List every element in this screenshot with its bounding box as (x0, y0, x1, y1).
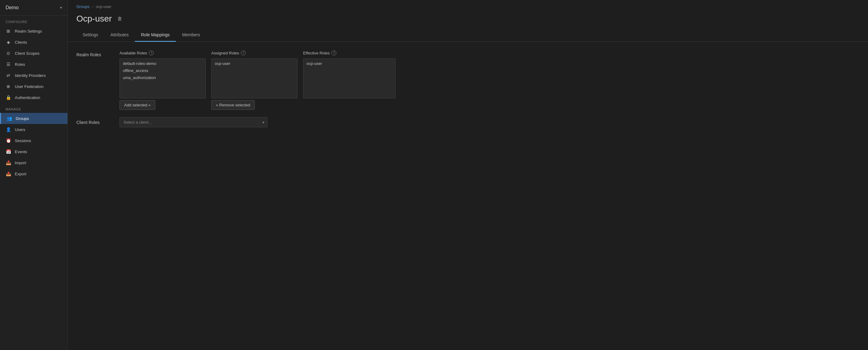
sidebar-item-label: Clients (15, 40, 27, 45)
realm-roles-label: Realm Roles (76, 50, 120, 57)
client-roles-label: Client Roles (76, 120, 120, 125)
client-select-wrapper: Select a client... ▾ (120, 117, 267, 127)
delete-button[interactable]: 🗑 (116, 15, 124, 23)
identity-providers-icon: ⇄ (5, 73, 11, 78)
available-roles-help-icon[interactable]: ? (149, 50, 154, 55)
roles-icon: ☰ (5, 62, 11, 67)
sidebar-item-label: Groups (16, 116, 29, 121)
available-roles-label: Available Roles (120, 51, 147, 55)
client-scopes-icon: ⊙ (5, 50, 11, 56)
breadcrumb: Groups › ocp-user (68, 0, 868, 12)
assigned-roles-listbox[interactable]: ocp-user (211, 59, 298, 98)
assigned-roles-header: Assigned Roles ? (211, 50, 298, 55)
sidebar-item-label: Authentication (15, 95, 40, 100)
sidebar-item-client-scopes[interactable]: ⊙ Client Scopes (0, 48, 67, 59)
sidebar-item-label: Users (15, 127, 25, 132)
assigned-roles-help-icon[interactable]: ? (241, 50, 246, 55)
sidebar-item-label: Realm Settings (15, 29, 42, 34)
sidebar-item-label: Events (15, 149, 27, 154)
events-icon: 📅 (5, 149, 11, 154)
effective-roles-help-icon[interactable]: ? (332, 50, 336, 55)
effective-roles-panel: Effective Roles ? ocp-user (303, 50, 396, 98)
realm-name: Demo (5, 5, 19, 10)
sidebar-item-groups[interactable]: 👥 Groups (0, 113, 67, 124)
main-content: Groups › ocp-user Ocp-user 🗑 Settings At… (68, 0, 868, 350)
groups-icon: 👥 (6, 116, 12, 121)
sidebar-item-label: Sessions (15, 138, 31, 143)
sidebar-item-label: Export (15, 172, 27, 176)
sidebar-item-user-federation[interactable]: ⊗ User Federation (0, 81, 67, 92)
realm-roles-row: Realm Roles Available Roles ? default-ro… (76, 50, 859, 110)
available-roles-header: Available Roles ? (120, 50, 206, 55)
list-item[interactable]: offline_access (120, 67, 206, 74)
available-roles-listbox[interactable]: default-roles-demo offline_access uma_au… (120, 59, 206, 98)
client-roles-row: Client Roles Select a client... ▾ (76, 117, 859, 127)
tab-role-mappings[interactable]: Role Mappings (135, 29, 176, 42)
client-select[interactable]: Select a client... (120, 117, 267, 127)
realm-selector[interactable]: Demo ▾ (0, 0, 67, 16)
sidebar-item-identity-providers[interactable]: ⇄ Identity Providers (0, 70, 67, 81)
tab-attributes[interactable]: Attributes (104, 29, 135, 42)
available-roles-panel: Available Roles ? default-roles-demo off… (120, 50, 206, 110)
breadcrumb-current: ocp-user (96, 4, 112, 9)
effective-roles-label: Effective Roles (303, 51, 330, 55)
assigned-roles-panel: Assigned Roles ? ocp-user « Remove selec… (211, 50, 298, 110)
export-icon: 📤 (5, 171, 11, 177)
page-title-row: Ocp-user 🗑 (68, 12, 868, 29)
sidebar-item-authentication[interactable]: 🔒 Authentication (0, 92, 67, 103)
content-area: Realm Roles Available Roles ? default-ro… (68, 42, 868, 136)
sidebar-item-label: Client Scopes (15, 51, 39, 56)
authentication-icon: 🔒 (5, 95, 11, 100)
sidebar-item-label: Roles (15, 62, 25, 67)
configure-section-label: Configure (0, 16, 67, 26)
sidebar: Demo ▾ Configure ⊞ Realm Settings ◈ Clie… (0, 0, 68, 350)
sidebar-item-events[interactable]: 📅 Events (0, 146, 67, 157)
remove-selected-button[interactable]: « Remove selected (211, 100, 255, 110)
sidebar-item-users[interactable]: 👤 Users (0, 124, 67, 135)
list-item[interactable]: uma_authorization (120, 74, 206, 81)
sidebar-item-realm-settings[interactable]: ⊞ Realm Settings (0, 26, 67, 37)
import-icon: 📥 (5, 160, 11, 166)
users-icon: 👤 (5, 127, 11, 132)
sidebar-item-label: Identity Providers (15, 73, 45, 78)
tabs-bar: Settings Attributes Role Mappings Member… (68, 29, 868, 42)
list-item[interactable]: ocp-user (303, 60, 395, 67)
sidebar-item-label: Import (15, 161, 26, 165)
sessions-icon: ⏰ (5, 138, 11, 143)
sidebar-item-export[interactable]: 📤 Export (0, 168, 67, 179)
list-item[interactable]: default-roles-demo (120, 60, 206, 67)
realm-chevron-icon: ▾ (60, 5, 62, 10)
tab-members[interactable]: Members (176, 29, 206, 42)
user-federation-icon: ⊗ (5, 84, 11, 89)
delete-icon: 🗑 (117, 16, 122, 21)
roles-panels: Available Roles ? default-roles-demo off… (120, 50, 859, 110)
breadcrumb-separator: › (92, 4, 93, 9)
breadcrumb-parent-link[interactable]: Groups (76, 4, 90, 9)
sidebar-item-sessions[interactable]: ⏰ Sessions (0, 135, 67, 146)
manage-section-label: Manage (0, 103, 67, 113)
sidebar-item-import[interactable]: 📥 Import (0, 157, 67, 168)
page-title: Ocp-user (76, 14, 112, 24)
list-item[interactable]: ocp-user (212, 60, 297, 67)
assigned-roles-label: Assigned Roles (211, 51, 239, 55)
clients-icon: ◈ (5, 39, 11, 45)
effective-roles-listbox[interactable]: ocp-user (303, 59, 396, 98)
tab-settings[interactable]: Settings (76, 29, 104, 42)
realm-settings-icon: ⊞ (5, 28, 11, 34)
sidebar-item-roles[interactable]: ☰ Roles (0, 59, 67, 70)
sidebar-item-label: User Federation (15, 84, 43, 89)
add-selected-button[interactable]: Add selected » (120, 100, 155, 110)
sidebar-item-clients[interactable]: ◈ Clients (0, 37, 67, 48)
effective-roles-header: Effective Roles ? (303, 50, 396, 55)
